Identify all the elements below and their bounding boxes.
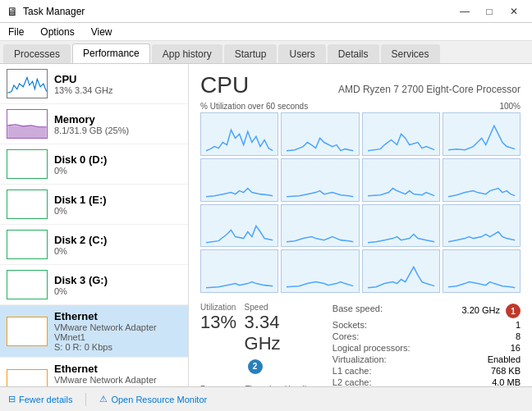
sidebar-item-disk3[interactable]: Disk 3 (G:) 0% (0, 265, 188, 305)
stat-handles: Handles 98701 (285, 385, 332, 386)
cpu-core-1 (281, 112, 359, 156)
util-value: 13% (200, 312, 238, 333)
sidebar-eth2-chart (7, 369, 48, 387)
sidebar-item-eth2[interactable]: Ethernet VMware Network Adapter VMnet8 S… (0, 358, 188, 386)
content-header: CPU AMD Ryzen 7 2700 Eight-Core Processo… (200, 72, 521, 98)
cpu-title: CPU (200, 72, 249, 98)
tab-services[interactable]: Services (381, 44, 440, 63)
cpu-core-0 (200, 112, 278, 156)
speed-value: 3.34 GHz 2 (245, 312, 282, 377)
sidebar-cpu-chart (7, 69, 48, 98)
sidebar-disk1-chart (7, 190, 48, 219)
sidebar-mem-label: Memory (54, 113, 181, 126)
cpu-core-10 (362, 204, 440, 248)
menu-bar: File Options View (0, 23, 532, 41)
main-area: CPU 13% 3.34 GHz Memory 8.1/31.9 GB (25%… (0, 64, 532, 386)
cpu-core-14 (362, 249, 440, 293)
menu-file[interactable]: File (5, 25, 27, 39)
sidebar-item-eth1[interactable]: Ethernet VMware Network Adapter VMnet1 S… (0, 305, 188, 358)
util-label: Utilization (200, 303, 238, 312)
sidebar-disk0-chart (7, 149, 48, 179)
sidebar-eth1-sub3: S: 0 R: 0 Kbps (54, 342, 181, 352)
badge-2: 2 (248, 359, 263, 374)
graph-label: % Utilization over 60 seconds (200, 102, 308, 111)
maximize-button[interactable]: □ (478, 0, 501, 23)
resource-monitor-icon: ⚠ (99, 394, 108, 404)
cpu-core-6 (362, 158, 440, 202)
sidebar-mem-sub: 8.1/31.9 GB (25%) (54, 126, 181, 135)
tab-processes[interactable]: Processes (3, 44, 71, 63)
threads-label: Threads (245, 385, 278, 386)
info-table: Base speed: 3.20 GHz 1 Sockets: 1 Cores:… (332, 303, 521, 386)
info-basespeed: Base speed: 3.20 GHz 1 (332, 303, 521, 319)
info-virtualization: Virtualization: Enabled (332, 354, 521, 365)
open-resource-monitor-button[interactable]: ⚠ Open Resource Monitor (99, 394, 207, 404)
menu-view[interactable]: View (88, 25, 116, 39)
proc-label: Processes (200, 385, 239, 386)
cpu-model: AMD Ryzen 7 2700 Eight-Core Processor (338, 84, 521, 95)
bottom-bar: ⊟ Fewer details ⚠ Open Resource Monitor (0, 386, 532, 411)
sidebar-disk2-sub: 0% (54, 246, 181, 256)
sidebar-mem-chart (7, 109, 48, 139)
stat-threads: Threads 2976 (245, 385, 285, 386)
sidebar-disk2-chart (7, 230, 48, 259)
sidebar-item-disk2[interactable]: Disk 2 (C:) 0% (0, 225, 188, 265)
sidebar-item-memory[interactable]: Memory 8.1/31.9 GB (25%) (0, 104, 188, 144)
cpu-core-15 (443, 249, 521, 293)
cpu-core-13 (281, 249, 359, 293)
cpu-core-12 (200, 249, 278, 293)
fewer-details-button[interactable]: ⊟ Fewer details (8, 394, 72, 404)
sidebar-eth1-sub2: VMware Network Adapter VMnet1 (54, 322, 181, 342)
sidebar-item-cpu[interactable]: CPU 13% 3.34 GHz (0, 64, 188, 104)
menu-options[interactable]: Options (37, 25, 77, 39)
tab-app-history[interactable]: App history (152, 44, 222, 63)
sidebar-item-disk0[interactable]: Disk 0 (D:) 0% (0, 144, 188, 185)
stat-speed: Speed 3.34 GHz 2 (245, 303, 289, 381)
info-l2: L2 cache: 4.0 MB (332, 377, 521, 386)
sidebar-disk3-sub: 0% (54, 286, 181, 296)
info-logical: Logical processors: 16 (332, 342, 521, 354)
sidebar-disk3-label: Disk 3 (G:) (54, 274, 181, 286)
close-button[interactable]: ✕ (502, 0, 525, 23)
tab-bar: Processes Performance App history Startu… (0, 41, 532, 64)
sidebar-disk1-label: Disk 1 (E:) (54, 194, 181, 206)
sidebar-eth1-chart (7, 317, 48, 346)
cpu-core-2 (362, 112, 440, 156)
sidebar-disk3-chart (7, 270, 48, 299)
sidebar-item-disk1[interactable]: Disk 1 (E:) 0% (0, 185, 188, 225)
cpu-core-8 (200, 204, 278, 248)
graph-max: 100% (499, 102, 521, 111)
graph-label-row: % Utilization over 60 seconds 100% (200, 102, 521, 111)
cpu-core-4 (200, 158, 278, 202)
stat-utilization: Utilization 13% (200, 303, 245, 381)
tab-startup[interactable]: Startup (224, 44, 277, 63)
sidebar-disk0-label: Disk 0 (D:) (54, 153, 181, 166)
cpu-core-grid (200, 112, 521, 293)
stat-processes: Processes 229 (200, 385, 245, 386)
tab-users[interactable]: Users (278, 44, 325, 63)
cpu-core-9 (281, 204, 359, 248)
cpu-core-5 (281, 158, 359, 202)
sidebar-cpu-sub: 13% 3.34 GHz (54, 85, 181, 95)
app-icon: 🖥 (7, 5, 18, 18)
cpu-core-3 (443, 112, 521, 156)
handles-label: Handles (285, 385, 326, 386)
content-area: CPU AMD Ryzen 7 2700 Eight-Core Processo… (189, 64, 532, 386)
tab-details[interactable]: Details (328, 44, 379, 63)
title-bar: 🖥 Task Manager — □ ✕ (0, 0, 532, 23)
minimize-button[interactable]: — (453, 0, 476, 23)
title-text: Task Manager (23, 6, 85, 17)
sidebar-disk0-sub: 0% (54, 166, 181, 176)
info-sockets: Sockets: 1 (332, 319, 521, 331)
cpu-core-11 (443, 204, 521, 248)
sidebar-cpu-label: CPU (54, 73, 181, 85)
info-cores: Cores: 8 (332, 331, 521, 342)
sidebar-eth2-sub2: VMware Network Adapter VMnet8 (54, 375, 181, 386)
sidebar-disk2-label: Disk 2 (C:) (54, 234, 181, 246)
speed-label: Speed (245, 303, 282, 312)
cpu-core-7 (443, 158, 521, 202)
tab-performance[interactable]: Performance (72, 43, 150, 63)
info-l1: L1 cache: 768 KB (332, 365, 521, 377)
sidebar-disk1-sub: 0% (54, 206, 181, 216)
sidebar: CPU 13% 3.34 GHz Memory 8.1/31.9 GB (25%… (0, 64, 189, 386)
